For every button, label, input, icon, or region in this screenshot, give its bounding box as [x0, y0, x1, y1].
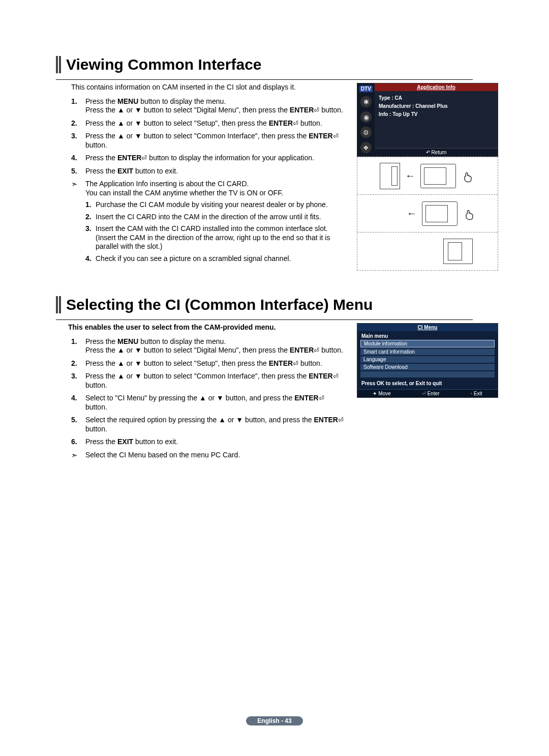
diagram-insert-cam: ← [357, 195, 498, 232]
arrow-left-icon: ← [407, 208, 417, 219]
ci-menu-item[interactable]: Smart card information [360, 348, 495, 355]
heading-accent-bars [56, 296, 61, 313]
dtv-info: Info : Top Up TV [379, 110, 494, 119]
sub-steps-list: 1.Purchase the CI CAM module by visiting… [85, 200, 348, 263]
heading-rule [56, 79, 473, 80]
text-column: This enables the user to select from the… [56, 323, 348, 463]
ci-footer: Move Enter Exit [357, 389, 498, 397]
dtv-application-info-panel: DTV ✱ ◉ ⚙ ❖ Application Info Type : CA M… [357, 83, 498, 157]
ci-hint: Press OK to select, or Exit to quit [357, 379, 498, 389]
enter-icon [293, 360, 298, 368]
dtv-type: Type : CA [379, 94, 494, 102]
steps-list: 1. Press the MENU button to display the … [71, 337, 348, 447]
dtv-panel-title: Application Info [375, 83, 498, 91]
exit-hint: Exit [470, 391, 482, 396]
ci-menu-panel: CI Menu Main menu Module information Sma… [357, 323, 498, 398]
enter-icon [293, 120, 298, 128]
enter-icon [319, 394, 324, 402]
diagram-slot [357, 232, 498, 270]
figure-column: CI Menu Main menu Module information Sma… [357, 323, 498, 463]
enter-icon [314, 106, 319, 114]
section-selecting-ci-menu: Selecting the CI (Common Interface) Menu… [56, 296, 498, 463]
antenna-icon: ✱ [360, 96, 372, 107]
enter-icon [314, 346, 319, 355]
note: Select the CI Menu based on the menu PC … [71, 451, 348, 460]
diagram-insert-card: ← [357, 157, 498, 195]
ci-menu-item[interactable]: Software Download [360, 364, 495, 370]
page-number: English - 43 [246, 716, 302, 725]
note: The Application Info inserting is about … [71, 180, 348, 197]
language-icon: ❖ [360, 142, 372, 153]
cam-module-icon [420, 164, 456, 188]
heading-rule [56, 319, 473, 320]
return-icon [426, 150, 432, 155]
enter-icon [141, 154, 147, 162]
heading-accent-bars [56, 56, 61, 73]
hand-icon [463, 207, 477, 221]
insertion-diagrams: ← ← [357, 157, 498, 271]
page-footer: English - 43 [0, 716, 549, 725]
hand-icon [461, 169, 475, 183]
heading: Selecting the CI (Common Interface) Menu [66, 296, 373, 313]
ci-main-menu-label: Main menu [357, 331, 498, 339]
ci-menu-item [360, 371, 495, 377]
dtv-badge: DTV [359, 85, 373, 92]
section-viewing-common-interface: Viewing Common Interface This contains i… [56, 56, 498, 271]
text-column: This contains information on CAM inserte… [56, 83, 348, 271]
note-arrow-icon [71, 451, 85, 460]
heading-row: Viewing Common Interface [56, 56, 498, 73]
arrow-left-icon: ← [405, 170, 415, 182]
guide-icon: ◉ [360, 111, 372, 123]
cam-with-card-icon [422, 201, 458, 226]
ci-menu-item[interactable]: Language [360, 356, 495, 363]
ci-menu-item[interactable]: Module information [360, 340, 495, 347]
ci-menu-items: Module information Smart card informatio… [357, 339, 498, 377]
tv-slot-icon [443, 239, 473, 264]
heading: Viewing Common Interface [66, 56, 262, 73]
steps-list: 1. Press the MENU button to display the … [71, 97, 348, 176]
intro-text: This contains information on CAM inserte… [71, 83, 348, 92]
ci-panel-title: CI Menu [357, 324, 498, 331]
dtv-manufacturer: Manufacturer : Channel Plus [379, 102, 494, 110]
enter-icon [333, 372, 339, 381]
dtv-return-bar: Return [375, 148, 498, 156]
move-hint: Move [373, 391, 390, 396]
setup-icon: ⚙ [360, 127, 372, 138]
heading-row: Selecting the CI (Common Interface) Menu [56, 296, 498, 313]
note-arrow-icon [71, 180, 85, 197]
figure-column: DTV ✱ ◉ ⚙ ❖ Application Info Type : CA M… [357, 83, 498, 271]
intro-text: This enables the user to select from the… [68, 323, 348, 332]
ci-card-icon [380, 163, 400, 189]
enter-icon [338, 416, 344, 424]
enter-hint: Enter [422, 391, 440, 396]
enter-icon [333, 132, 339, 140]
